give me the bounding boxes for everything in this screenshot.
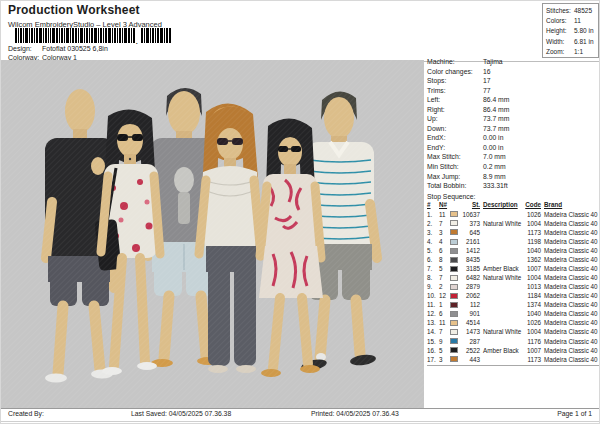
row-description: Amber Black <box>480 346 523 355</box>
row-stitch-count: 3185 <box>460 264 480 273</box>
machine-stat-row: Total Bobbin: 333.31ft <box>427 181 599 191</box>
row-code: 1040 <box>523 246 541 255</box>
thread-color-swatch <box>450 284 458 290</box>
row-needle: 6 <box>439 246 450 255</box>
row-swatch-cell <box>450 356 460 362</box>
machine-stat-label: Left: <box>427 95 483 105</box>
row-brand: Madeira Classic 40 <box>541 210 599 219</box>
machine-stat-label: Max Stitch: <box>427 152 483 162</box>
row-swatch-cell <box>450 275 460 281</box>
row-stitch-count: 645 <box>460 228 480 237</box>
row-num: 14. <box>427 327 439 336</box>
row-swatch-cell <box>450 311 460 317</box>
summary-row: Stitches: 48525 <box>546 6 598 16</box>
thread-color-swatch <box>450 229 458 235</box>
summary-value: 11 <box>574 16 581 26</box>
row-needle: 7 <box>439 219 450 228</box>
production-worksheet-page: Production Worksheet Wilcom EmbroiderySt… <box>0 0 600 424</box>
machine-stat-value: 86.4 mm <box>483 95 509 105</box>
row-code: 1374 <box>523 300 541 309</box>
row-needle: 3 <box>439 228 450 237</box>
machine-stat-row: Max Stitch: 7.0 mm <box>427 152 599 162</box>
row-code: 1040 <box>523 309 541 318</box>
page-bottom-rule <box>1 421 599 422</box>
row-needle: 2 <box>439 282 450 291</box>
machine-stat-value: 73.7 mm <box>483 114 509 124</box>
stop-sequence-row: 6. 8 8435 1362 Madeira Classic 40 <box>427 255 599 264</box>
row-brand: Madeira Classic 40 <box>541 327 599 336</box>
row-code: 1362 <box>523 255 541 264</box>
row-code: 1007 <box>523 264 541 273</box>
printed-label: Printed: <box>311 410 334 417</box>
col-description: Description <box>480 201 523 210</box>
row-code: 1004 <box>523 219 541 228</box>
row-brand: Madeira Classic 40 <box>541 264 599 273</box>
row-num: 10. <box>427 291 439 300</box>
machine-stat-row: Min Stitch: 0.2 mm <box>427 162 599 172</box>
row-brand: Madeira Classic 40 <box>541 246 599 255</box>
row-stitch-count: 1412 <box>460 246 480 255</box>
machine-stat-label: Right: <box>427 105 483 115</box>
col-code: Code <box>523 201 541 210</box>
stop-sequence-row: 3. 3 645 1173 Madeira Classic 40 <box>427 228 599 237</box>
stop-sequence-row: 1. 11 10637 1026 Madeira Classic 40 <box>427 210 599 219</box>
row-num: 4. <box>427 237 439 246</box>
machine-stat-value: 333.31ft <box>483 181 508 191</box>
row-code: 1013 <box>523 282 541 291</box>
row-stitch-count: 1473 <box>460 327 480 336</box>
row-stitch-count: 4514 <box>460 318 480 327</box>
row-stitch-count: 6482 <box>460 273 480 282</box>
machine-stat-value: 7.0 mm <box>483 152 506 162</box>
design-label: Design: <box>8 45 42 52</box>
row-code: 1007 <box>523 346 541 355</box>
row-stitch-count: 2522 <box>460 346 480 355</box>
row-code: 1026 <box>523 210 541 219</box>
machine-stat-value: 8.9 mm <box>483 172 506 182</box>
row-swatch-cell <box>450 266 460 272</box>
row-num: 17. <box>427 355 439 364</box>
machine-stat-row: Color changes: 16 <box>427 67 599 77</box>
stop-sequence-row: 8. 7 6482 Natural White 1004 Madeira Cla… <box>427 273 599 282</box>
machine-stat-row: EndX: 0.00 in <box>427 133 599 143</box>
row-stitch-count: 10637 <box>460 210 480 219</box>
row-num: 16. <box>427 346 439 355</box>
machine-stat-label: EndX: <box>427 133 483 143</box>
stop-sequence-row: 2. 7 373 Natural White 1004 Madeira Clas… <box>427 219 599 228</box>
row-swatch-cell <box>450 220 460 226</box>
row-needle: 7 <box>439 273 450 282</box>
summary-row: Width: 6.81 in <box>546 37 598 47</box>
row-swatch-cell <box>450 229 460 235</box>
row-num: 9. <box>427 282 439 291</box>
row-stitch-count: 443 <box>460 355 480 364</box>
row-brand: Madeira Classic 40 <box>541 318 599 327</box>
row-brand: Madeira Classic 40 <box>541 291 599 300</box>
row-brand: Madeira Classic 40 <box>541 228 599 237</box>
row-needle: 5 <box>439 264 450 273</box>
machine-stat-row: Right: 86.4 mm <box>427 105 599 115</box>
last-saved: Last Saved: 04/05/2025 07.36.38 <box>131 410 231 417</box>
row-num: 3. <box>427 228 439 237</box>
row-code: 1198 <box>523 237 541 246</box>
machine-stat-label: Color changes: <box>427 67 483 77</box>
row-needle: 8 <box>439 255 450 264</box>
thread-color-swatch <box>450 257 458 263</box>
row-needle: 4 <box>439 237 450 246</box>
row-stitch-count: 2062 <box>460 291 480 300</box>
stop-sequence-table: 1. 11 10637 1026 Madeira Classic 40 2. 7… <box>427 210 599 366</box>
row-needle: 11 <box>439 318 450 327</box>
machine-stat-label: Down: <box>427 124 483 134</box>
row-needle: 12 <box>439 291 450 300</box>
stop-sequence-row: 10. 12 2062 1184 Madeira Classic 40 <box>427 291 599 300</box>
row-stitch-count: 2161 <box>460 237 480 246</box>
row-brand: Madeira Classic 40 <box>541 346 599 355</box>
machine-stat-value: Tajima <box>483 57 503 67</box>
machine-stat-label: Min Stitch: <box>427 162 483 172</box>
machine-panel: Machine: Tajima Color changes: 16 Stops:… <box>427 57 599 366</box>
row-swatch-cell <box>450 257 460 263</box>
page-number: Page 1 of 1 <box>557 410 592 417</box>
row-description: Natural White <box>480 327 523 336</box>
row-needle: 1 <box>439 300 450 309</box>
row-description: Amber Black <box>480 264 523 273</box>
summary-row: Height: 5.80 in <box>546 26 598 36</box>
thread-color-swatch <box>450 329 458 335</box>
